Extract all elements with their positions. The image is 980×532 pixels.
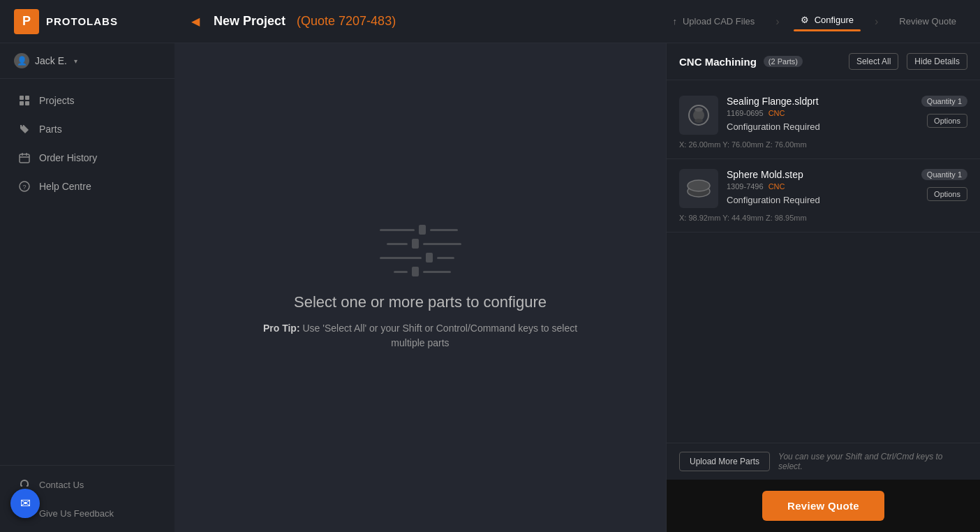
center-panel: Select one or more parts to configure Pr… — [175, 43, 666, 532]
step-upload-label: Upload CAD Files — [683, 16, 755, 27]
part-1-quantity: Quantity 1 — [921, 96, 967, 107]
part-2-id-suffix: CNC — [769, 182, 785, 191]
parts-list: Sealing Flange.sldprt 1169-0695 CNC Conf… — [667, 80, 980, 443]
sidebar-item-help-centre-label: Help Centre — [39, 181, 91, 192]
user-menu[interactable]: 👤 Jack E. ▾ — [0, 43, 175, 79]
select-parts-title: Select one or more parts to configure — [246, 293, 595, 311]
logo-icon: P — [14, 9, 39, 34]
pro-tip-body: Use 'Select All' or your Shift or Contro… — [302, 323, 577, 348]
sidebar: P PROTOLABS 👤 Jack E. ▾ Projects Parts — [0, 0, 175, 532]
part-1-id: 1169-0695 CNC — [727, 109, 913, 117]
part-item-1[interactable]: Sealing Flange.sldprt 1169-0695 CNC Conf… — [667, 86, 980, 159]
part-2-dimensions: X: 98.92mm Y: 44.49mm Z: 98.95mm — [679, 214, 967, 222]
svg-rect-2 — [20, 101, 24, 105]
parts-badge: (2 Parts) — [764, 56, 803, 67]
part-item-2[interactable]: Sphere Mold.step 1309-7496 CNC Configura… — [667, 159, 980, 232]
configure-sliders-icon — [380, 225, 461, 276]
step-review[interactable]: Review Quote — [892, 13, 963, 29]
part-1-actions: Quantity 1 Options — [921, 96, 967, 128]
pro-tip-text: Pro Tip: Use 'Select All' or your Shift … — [246, 321, 595, 350]
svg-rect-0 — [20, 96, 24, 100]
part-2-thumbnail — [679, 169, 718, 208]
part-2-name: Sphere Mold.step — [727, 169, 913, 180]
select-all-button[interactable]: Select All — [849, 53, 898, 70]
sidebar-item-projects-label: Projects — [39, 95, 75, 106]
top-header: ◀ New Project (Quote 7207-483) ↑ Upload … — [175, 0, 980, 43]
chevron-down-icon: ▾ — [74, 57, 77, 65]
part-1-thumbnail — [679, 96, 718, 135]
sidebar-item-help-centre[interactable]: ? Help Centre — [4, 172, 170, 200]
sidebar-item-contact-us-label: Contact Us — [39, 480, 84, 490]
part-2-options-button[interactable]: Options — [927, 187, 967, 201]
svg-text:?: ? — [22, 184, 26, 191]
hide-details-button[interactable]: Hide Details — [907, 53, 967, 70]
part-2-actions: Quantity 1 Options — [921, 169, 967, 201]
upload-icon: ↑ — [672, 16, 677, 27]
part-1-id-suffix: CNC — [769, 109, 785, 117]
main-content: ◀ New Project (Quote 7207-483) ↑ Upload … — [175, 0, 980, 532]
project-title: New Project — [214, 14, 285, 29]
body-layout: Select one or more parts to configure Pr… — [175, 43, 980, 532]
sidebar-item-parts[interactable]: Parts — [4, 115, 170, 143]
svg-point-13 — [695, 119, 703, 123]
sidebar-item-parts-label: Parts — [39, 124, 62, 135]
user-name: Jack E. — [35, 55, 67, 66]
sidebar-item-give-us-feedback-label: Give Us Feedback — [39, 508, 114, 519]
grid-icon — [18, 94, 31, 107]
quote-id: (Quote 7207-483) — [297, 14, 396, 29]
svg-point-15 — [688, 180, 710, 191]
part-2-id: 1309-7496 CNC — [727, 182, 913, 191]
svg-rect-3 — [25, 101, 29, 105]
upload-more-button[interactable]: Upload More Parts — [679, 452, 770, 471]
envelope-icon: ✉ — [20, 496, 31, 511]
step-divider-1: › — [775, 15, 779, 28]
question-icon: ? — [18, 180, 31, 193]
sidebar-item-projects[interactable]: Projects — [4, 87, 170, 114]
step-review-label: Review Quote — [899, 16, 956, 27]
svg-point-12 — [695, 108, 703, 112]
part-1-status: Configuration Required — [727, 121, 913, 132]
right-panel-header: CNC Machining (2 Parts) Select All Hide … — [667, 43, 980, 80]
logo-text: PROTOLABS — [46, 15, 118, 27]
part-2-status: Configuration Required — [727, 195, 913, 205]
review-quote-bar: Review Quote — [667, 480, 980, 532]
part-1-options-button[interactable]: Options — [927, 114, 967, 128]
step-divider-2: › — [875, 15, 878, 28]
sidebar-nav: Projects Parts Order History — [0, 79, 175, 465]
upload-more-row: Upload More Parts You can use your Shift… — [667, 443, 980, 480]
chat-bubble-button[interactable]: ✉ — [10, 489, 40, 518]
sidebar-logo: P PROTOLABS — [0, 0, 175, 43]
svg-rect-4 — [20, 154, 29, 163]
step-configure-label: Configure — [815, 15, 854, 25]
step-configure[interactable]: ⚙ Configure — [794, 12, 861, 28]
header-actions: Select All Hide Details — [849, 53, 967, 70]
back-arrow-icon[interactable]: ◀ — [191, 15, 200, 28]
svg-rect-1 — [25, 96, 29, 100]
step-configure-container: ⚙ Configure — [794, 12, 861, 31]
sidebar-item-order-history-label: Order History — [39, 152, 97, 163]
right-panel: CNC Machining (2 Parts) Select All Hide … — [666, 43, 980, 532]
review-quote-button[interactable]: Review Quote — [762, 491, 884, 521]
center-instructions: Select one or more parts to configure Pr… — [246, 293, 595, 350]
step-upload[interactable]: ↑ Upload CAD Files — [665, 13, 762, 29]
sidebar-item-order-history[interactable]: Order History — [4, 144, 170, 172]
part-1-dimensions: X: 26.00mm Y: 76.00mm Z: 76.00mm — [679, 140, 967, 149]
tag-icon — [18, 123, 31, 135]
pro-tip-label: Pro Tip: — [263, 323, 300, 334]
section-title: CNC Machining — [679, 56, 757, 68]
user-avatar: 👤 — [14, 53, 29, 68]
part-2-quantity: Quantity 1 — [921, 169, 967, 180]
part-1-name: Sealing Flange.sldprt — [727, 96, 913, 107]
upload-hint-text: You can use your Shift and Ctrl/Cmd keys… — [778, 452, 967, 471]
part-1-info: Sealing Flange.sldprt 1169-0695 CNC Conf… — [727, 96, 913, 132]
right-panel-footer: Upload More Parts You can use your Shift… — [667, 443, 980, 532]
configure-icon: ⚙ — [801, 15, 809, 25]
part-2-info: Sphere Mold.step 1309-7496 CNC Configura… — [727, 169, 913, 205]
step-active-indicator — [794, 29, 861, 31]
calendar-icon — [18, 152, 31, 164]
